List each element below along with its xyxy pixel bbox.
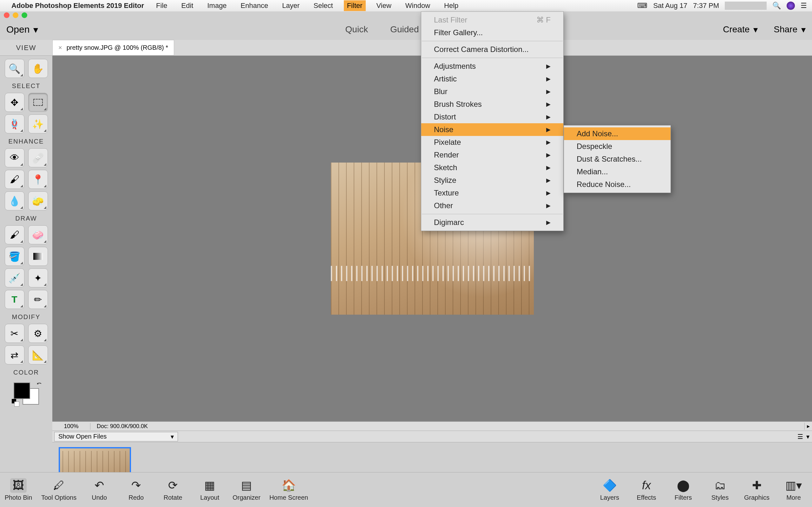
hand-tool[interactable]: ✋ [28,59,48,78]
show-open-files-dropdown[interactable]: Show Open Files ▾ [54,432,178,441]
menu-window[interactable]: Window [402,0,433,11]
noise-add-noise[interactable]: Add Noise... [564,127,670,140]
rotate-button[interactable]: ⟳Rotate [159,478,187,501]
redeye-tool[interactable]: 👁 [5,148,24,167]
undo-button[interactable]: ↶Undo [85,478,113,501]
home-screen-button[interactable]: 🏠Home Screen [269,478,308,501]
menubar-time[interactable]: 7:37 PM [693,2,719,10]
eraser-tool[interactable]: 🧼 [28,225,48,244]
window-close-button[interactable] [4,12,9,18]
swap-colors-icon[interactable]: ⤺ [37,380,42,387]
filter-camera-distortion[interactable]: Correct Camera Distortion... [421,43,563,56]
pencil-tool[interactable]: ✏ [28,290,48,309]
menu-select[interactable]: Select [310,0,336,11]
eyedropper-tool[interactable]: 💉 [5,268,24,287]
open-button[interactable]: Open ▾ [6,24,38,35]
menu-layer[interactable]: Layer [279,0,303,11]
document-tab[interactable]: × pretty snow.JPG @ 100% (RGB/8) * [52,40,174,55]
redo-button[interactable]: ↷Redo [122,478,150,501]
filter-noise[interactable]: Noise▶ [421,123,563,136]
filter-sketch[interactable]: Sketch▶ [421,161,563,174]
default-colors-icon[interactable] [12,399,19,406]
text-input-icon[interactable]: ⌨︎ [637,2,647,10]
noise-dust-scratches[interactable]: Dust & Scratches... [564,153,670,165]
submenu-arrow-icon: ▶ [546,113,551,120]
gradient-tool[interactable] [28,247,48,266]
menu-help[interactable]: Help [441,0,461,11]
noise-despeckle[interactable]: Despeckle [564,140,670,153]
healing-tool[interactable]: 🩹 [28,148,48,167]
document-info[interactable]: Doc: 900.0K/900.0K [90,423,154,430]
menu-file[interactable]: File [153,0,170,11]
effects-label: Effects [637,494,656,501]
crop-tool[interactable]: ✂ [5,324,24,343]
noise-median[interactable]: Median... [564,165,670,178]
window-zoom-button[interactable] [21,12,27,18]
filter-other[interactable]: Other▶ [421,199,563,212]
filter-adjustments[interactable]: Adjustments▶ [421,60,563,72]
smart-brush-tool[interactable]: 🖌 [5,170,24,189]
sponge-tool[interactable]: 🧽 [28,191,48,210]
bin-menu-icon[interactable]: ▾ [806,433,809,441]
quick-select-tool[interactable]: ✨ [28,114,48,133]
more-button[interactable]: ▥▾More [780,478,808,501]
submenu-label: Texture [434,188,459,198]
menubar-date[interactable]: Sat Aug 17 [653,2,687,10]
content-aware-move-tool[interactable]: ⇄ [5,345,24,364]
filter-render[interactable]: Render▶ [421,149,563,161]
share-button[interactable]: Share▾ [774,24,806,35]
text-tool[interactable]: T [5,290,24,309]
shape-tool[interactable]: ✦ [28,268,48,287]
bin-list-icon[interactable]: ☰ [798,433,803,441]
noise-reduce-noise[interactable]: Reduce Noise... [564,178,670,191]
layout-button[interactable]: ▦Layout [196,478,223,501]
zoom-level[interactable]: 100% [52,423,90,430]
layers-button[interactable]: 🔷Layers [596,478,623,501]
filter-digimarc[interactable]: Digimarc▶ [421,216,563,229]
filter-stylize[interactable]: Stylize▶ [421,174,563,187]
effects-button[interactable]: fxEffects [632,478,660,501]
menu-view[interactable]: View [373,0,395,11]
spotlight-icon[interactable]: 🔍 [772,2,781,10]
paint-bucket-tool[interactable]: 🪣 [5,247,24,266]
brush-tool[interactable]: 🖌 [5,225,24,244]
organizer-button[interactable]: ▤Organizer [233,478,260,501]
submenu-item-label: Reduce Noise... [577,180,631,189]
menu-filter[interactable]: Filter [344,0,366,11]
move-tool[interactable]: ✥ [5,93,24,112]
filter-distort[interactable]: Distort▶ [421,111,563,123]
mode-quick[interactable]: Quick [345,24,368,35]
clone-stamp-tool[interactable]: 📍 [28,170,48,189]
layout-label: Layout [200,494,219,501]
photo-bin-button[interactable]: 🖼Photo Bin [4,478,32,501]
filter-brush-strokes[interactable]: Brush Strokes▶ [421,98,563,111]
straighten-tool[interactable]: 📐 [28,345,48,364]
filter-gallery[interactable]: Filter Gallery... [421,26,563,39]
create-button[interactable]: Create▾ [723,24,758,35]
close-tab-icon[interactable]: × [58,44,62,51]
tool-options-button[interactable]: 🖊Tool Options [41,478,77,501]
menu-enhance[interactable]: Enhance [238,0,271,11]
zoom-tool[interactable]: 🔍 [5,59,24,78]
window-minimize-button[interactable] [13,12,18,18]
notification-center-icon[interactable]: ☰ [801,2,807,10]
status-arrow-icon[interactable]: ▸ [804,423,812,430]
menu-image[interactable]: Image [204,0,230,11]
foreground-color-swatch[interactable] [14,383,30,399]
lasso-tool[interactable]: 🪢 [5,114,24,133]
filter-blur[interactable]: Blur▶ [421,85,563,98]
filter-pixelate[interactable]: Pixelate▶ [421,136,563,149]
mode-guided[interactable]: Guided [390,24,419,35]
blur-tool[interactable]: 💧 [5,191,24,210]
filter-texture[interactable]: Texture▶ [421,187,563,199]
styles-button[interactable]: 🗂Styles [706,478,734,501]
color-swatch[interactable]: ⤺ [11,380,42,407]
menu-edit[interactable]: Edit [178,0,197,11]
recompose-tool[interactable]: ⚙ [28,324,48,343]
marquee-tool[interactable] [28,93,48,112]
graphics-button[interactable]: ✚Graphics [743,478,771,501]
filters-button[interactable]: ⬤Filters [669,478,697,501]
filter-artistic[interactable]: Artistic▶ [421,72,563,85]
filter-last-filter: Last Filter ⌘ F [421,14,563,26]
siri-icon[interactable] [786,2,795,10]
